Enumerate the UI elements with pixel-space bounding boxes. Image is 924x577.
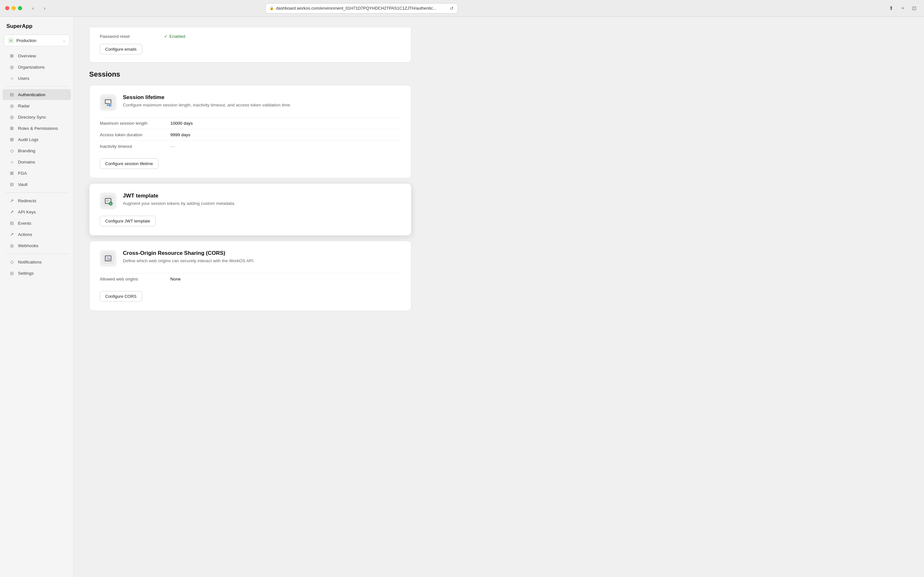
browser-chrome: ‹ › 🔒 dashboard.workos.com/environment_0… [0, 0, 924, 17]
svg-rect-10 [106, 201, 108, 202]
audit-logs-icon: ⊞ [9, 137, 15, 142]
status-text: Enabled [170, 34, 186, 39]
redirects-icon: ↗ [9, 198, 15, 203]
cors-title: Cross-Origin Resource Sharing (CORS) [123, 250, 254, 256]
sidebar-item-label: Settings [18, 271, 34, 276]
actions-icon: ↗ [9, 231, 15, 237]
sidebar-item-domains[interactable]: ○ Domains [3, 156, 71, 167]
session-lifetime-icon [100, 94, 116, 111]
sidebar-item-roles-permissions[interactable]: ⊞ Roles & Permissions [3, 123, 71, 134]
session-lifetime-title: Session lifetime [123, 94, 291, 101]
sidebar-item-events[interactable]: ⊟ Events [3, 218, 71, 229]
configure-jwt-button[interactable]: Configure JWT template [100, 216, 156, 226]
chevron-down-icon: ⌄ [63, 39, 65, 43]
field-label: Access token duration [100, 132, 170, 137]
sidebar-item-label: Events [18, 221, 31, 226]
field-allowed-origins: Allowed web origins None [100, 273, 401, 285]
env-selector[interactable]: ⊙ Production ⌄ [4, 35, 69, 46]
browser-actions: ⬆ ＋ ⊡ [887, 4, 919, 13]
sidebar-item-label: Domains [18, 160, 35, 164]
sidebar-item-actions[interactable]: ↗ Actions [3, 229, 71, 240]
svg-text:+: + [110, 202, 111, 205]
browser-nav: ‹ › [29, 4, 49, 13]
vault-icon: ⊟ [9, 181, 15, 187]
sidebar-item-label: Notifications [18, 259, 42, 264]
configure-cors-button[interactable]: Configure CORS [100, 291, 142, 301]
new-tab-button[interactable]: ＋ [898, 4, 907, 13]
svg-rect-16 [106, 257, 109, 258]
field-label: Inactivity timeout [100, 144, 170, 149]
sidebar-item-audit-logs[interactable]: ⊞ Audit Logs [3, 134, 71, 145]
back-button[interactable]: ‹ [29, 4, 37, 13]
sidebar-item-fga[interactable]: ⊞ FGA [3, 168, 71, 179]
address-bar[interactable]: 🔒 dashboard.workos.com/environment_01H71… [265, 3, 458, 13]
cors-card-header: ✓ Cross-Origin Resource Sharing (CORS) D… [100, 250, 401, 267]
svg-rect-2 [105, 100, 111, 103]
sidebar-item-api-keys[interactable]: ↗ API Keys [3, 206, 71, 218]
sidebar-item-authentication[interactable]: ⊟ Authentication [3, 89, 71, 100]
sidebar-item-directory-sync[interactable]: ◎ Directory Sync [3, 111, 71, 122]
lock-icon: 🔒 [270, 6, 274, 10]
radar-icon: ◎ [9, 103, 15, 109]
users-icon: ○ [9, 75, 15, 81]
sidebar-toggle-button[interactable]: ⊡ [910, 4, 919, 13]
sidebar-item-notifications[interactable]: ◇ Notifications [3, 256, 71, 268]
cors-card: ✓ Cross-Origin Resource Sharing (CORS) D… [89, 241, 411, 311]
session-lifetime-desc: Configure maximum session length, inacti… [123, 102, 291, 108]
svg-rect-18 [106, 259, 108, 260]
sidebar-item-webhooks[interactable]: ◎ Webhooks [3, 240, 71, 251]
session-lifetime-fields: Maximum session length 10000 days Access… [100, 117, 401, 152]
minimize-button[interactable] [11, 6, 16, 10]
settings-icon: ◎ [9, 270, 15, 276]
webhooks-icon: ◎ [9, 243, 15, 248]
reload-button[interactable]: ↺ [450, 6, 454, 11]
jwt-template-icon: + [100, 193, 116, 210]
configure-emails-button[interactable]: Configure emails [100, 44, 142, 55]
password-reset-row: Password reset ✓ Enabled [100, 34, 401, 39]
session-lifetime-card-body: Session lifetime Configure maximum sessi… [89, 85, 411, 178]
sidebar-item-overview[interactable]: ⊞ Overview [3, 50, 71, 61]
url-text: dashboard.workos.com/environment_01H71D7… [276, 6, 448, 11]
session-lifetime-card-header: Session lifetime Configure maximum sessi… [100, 94, 401, 111]
sidebar-item-label: Users [18, 76, 29, 81]
sidebar-item-label: Radar [18, 103, 30, 108]
sidebar-item-organizations[interactable]: ◎ Organizations [3, 61, 71, 73]
sidebar-item-label: Redirects [18, 198, 36, 203]
password-reset-status: ✓ Enabled [164, 34, 186, 39]
events-icon: ⊟ [9, 220, 15, 226]
svg-text:✓: ✓ [109, 258, 110, 260]
cors-card-body: ✓ Cross-Origin Resource Sharing (CORS) D… [89, 241, 411, 311]
fullscreen-button[interactable] [18, 6, 22, 10]
svg-rect-9 [106, 201, 110, 201]
env-label: Production [16, 38, 60, 43]
sidebar-item-users[interactable]: ○ Users [3, 73, 71, 84]
field-value: 10000 days [170, 121, 193, 126]
env-icon: ⊙ [8, 37, 14, 43]
traffic-lights [5, 6, 22, 10]
field-value: — [170, 144, 175, 149]
session-lifetime-text-block: Session lifetime Configure maximum sessi… [123, 94, 291, 108]
sidebar-item-vault[interactable]: ⊟ Vault [3, 179, 71, 190]
forward-button[interactable]: › [40, 4, 49, 13]
sidebar-item-radar[interactable]: ◎ Radar [3, 100, 71, 111]
roles-permissions-icon: ⊞ [9, 125, 15, 131]
close-button[interactable] [5, 6, 9, 10]
field-label: Allowed web origins [100, 277, 170, 282]
field-label: Maximum session length [100, 121, 170, 126]
sidebar-item-label: Vault [18, 182, 27, 187]
field-value: 9999 days [170, 132, 190, 137]
cors-text-block: Cross-Origin Resource Sharing (CORS) Def… [123, 250, 254, 264]
share-button[interactable]: ⬆ [887, 4, 896, 13]
app-container: SuperApp ⊙ Production ⌄ ⊞ Overview ◎ Org… [0, 17, 924, 577]
sidebar-item-settings[interactable]: ◎ Settings [3, 268, 71, 279]
configure-session-lifetime-button[interactable]: Configure session lifetime [100, 158, 158, 169]
sidebar-item-redirects[interactable]: ↗ Redirects [3, 195, 71, 206]
jwt-template-card-body: + JWT template Augment your session toke… [89, 184, 411, 235]
sidebar-item-label: Branding [18, 148, 35, 153]
cors-desc: Define which web origins can securely in… [123, 258, 254, 264]
sidebar-item-label: Organizations [18, 65, 45, 69]
sidebar-item-label: API Keys [18, 210, 36, 214]
nav-divider-1 [5, 86, 68, 87]
sidebar-item-branding[interactable]: ◇ Branding [3, 145, 71, 156]
field-max-session: Maximum session length 10000 days [100, 117, 401, 129]
